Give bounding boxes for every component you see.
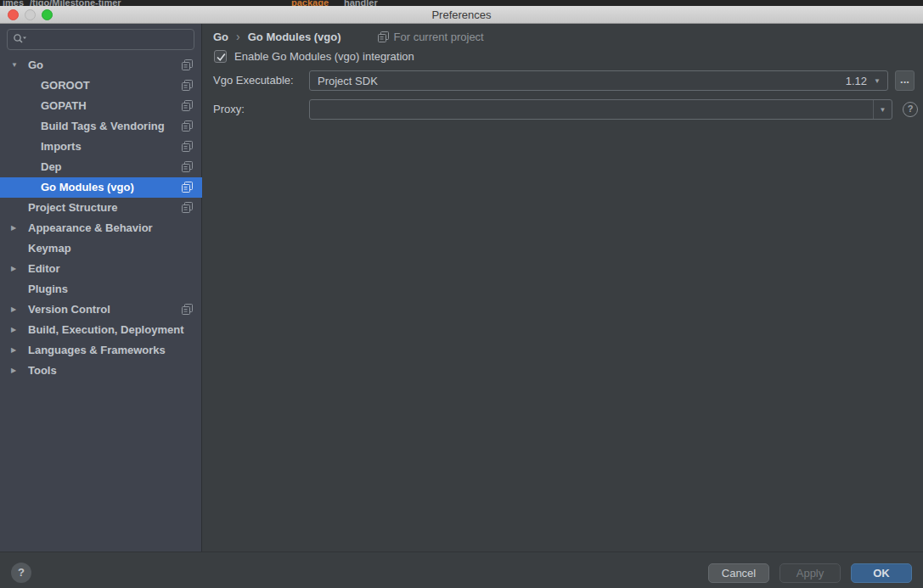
per-project-icon (182, 80, 193, 91)
sidebar-item-build-tags-vendoring[interactable]: Build Tags & Vendoring (0, 116, 202, 137)
search-input[interactable] (31, 31, 191, 48)
sidebar-item-label: Build, Execution, Deployment (28, 320, 183, 340)
chevron-right-icon[interactable]: ▶ (11, 218, 16, 238)
settings-sidebar: ▼GoGOROOTGOPATHBuild Tags & VendoringImp… (0, 24, 202, 552)
sidebar-item-goroot[interactable]: GOROOT (0, 76, 202, 96)
sidebar-item-label: Languages & Frameworks (28, 340, 166, 361)
sidebar-item-appearance-behavior[interactable]: ▶Appearance & Behavior (0, 218, 202, 238)
sidebar-item-go-modules-vgo[interactable]: Go Modules (vgo) (0, 177, 202, 198)
per-project-icon (182, 182, 193, 193)
per-project-icon (182, 59, 193, 70)
proxy-dropdown-button[interactable]: ▼ (873, 100, 892, 119)
sidebar-item-keymap[interactable]: Keymap (0, 238, 202, 259)
sidebar-item-version-control[interactable]: ▶Version Control (0, 300, 202, 320)
dialog-footer: ? Cancel Apply OK (0, 552, 923, 588)
per-project-icon (378, 31, 389, 42)
enable-go-modules-checkbox[interactable] (214, 50, 227, 63)
apply-button[interactable]: Apply (779, 563, 841, 583)
sidebar-item-project-structure[interactable]: Project Structure (0, 198, 202, 218)
per-project-icon (182, 304, 193, 315)
enable-go-modules-row: Enable Go Modules (vgo) integration (214, 48, 414, 64)
sidebar-item-label: Appearance & Behavior (28, 218, 153, 238)
scope-label: For current project (394, 31, 484, 43)
chevron-right-icon[interactable]: ▶ (11, 361, 16, 381)
settings-tree: ▼GoGOROOTGOPATHBuild Tags & VendoringImp… (0, 55, 202, 381)
chevron-down-icon[interactable]: ▼ (874, 77, 881, 85)
sidebar-item-label: Tools (28, 361, 57, 381)
sidebar-item-tools[interactable]: ▶Tools (0, 361, 202, 381)
background-text-fragment: /tigo/Milestone-timer (30, 0, 121, 6)
chevron-down-icon[interactable]: ▼ (11, 55, 18, 76)
help-button[interactable]: ? (11, 563, 31, 583)
chevron-right-icon[interactable]: ▶ (11, 340, 16, 361)
chevron-down-icon: ▼ (880, 106, 886, 114)
per-project-icon (182, 141, 193, 152)
breadcrumb-separator-icon: › (236, 30, 240, 43)
background-code-text: handler (344, 0, 378, 6)
breadcrumb-current: Go Modules (vgo) (248, 31, 341, 43)
vgo-executable-value: Project SDK (310, 75, 846, 87)
cancel-button[interactable]: Cancel (708, 563, 769, 583)
ok-button[interactable]: OK (851, 563, 912, 583)
chevron-right-icon[interactable]: ▶ (11, 300, 16, 320)
chevron-right-icon[interactable]: ▶ (11, 320, 16, 340)
sidebar-item-label: Keymap (28, 238, 71, 259)
per-project-icon (182, 100, 193, 111)
sidebar-item-build-execution-deployment[interactable]: ▶Build, Execution, Deployment (0, 320, 202, 340)
enable-go-modules-label: Enable Go Modules (vgo) integration (234, 50, 414, 63)
background-app-strip: imes /tigo/Milestone-timer package handl… (0, 0, 923, 6)
sidebar-item-dep[interactable]: Dep (0, 157, 202, 177)
sidebar-item-label: Go Modules (vgo) (41, 177, 134, 198)
sidebar-item-imports[interactable]: Imports (0, 137, 202, 157)
per-project-icon (182, 202, 193, 213)
proxy-label: Proxy: (213, 99, 245, 120)
search-filter-chevron-icon (23, 37, 26, 40)
sidebar-item-editor[interactable]: ▶Editor (0, 259, 202, 279)
background-code-keyword: package (291, 0, 329, 6)
titlebar: Preferences (0, 6, 923, 24)
chevron-right-icon[interactable]: ▶ (11, 259, 16, 279)
sidebar-item-label: Go (28, 55, 43, 76)
scope-indicator: For current project (378, 31, 484, 43)
sidebar-item-plugins[interactable]: Plugins (0, 279, 202, 300)
browse-button[interactable]: ... (895, 70, 915, 91)
search-icon (13, 33, 27, 46)
sidebar-item-label: Editor (28, 259, 60, 279)
proxy-combobox[interactable]: ▼ (309, 99, 892, 120)
checkmark-icon (215, 51, 228, 64)
breadcrumb-parent[interactable]: Go (213, 31, 228, 43)
vgo-version: 1.12 (846, 75, 867, 87)
per-project-icon (182, 120, 193, 132)
sidebar-item-label: GOROOT (41, 76, 90, 96)
breadcrumb: Go › Go Modules (vgo) For current projec… (213, 29, 484, 44)
sidebar-item-label: Plugins (28, 279, 68, 300)
sidebar-item-label: Dep (41, 157, 62, 177)
sidebar-item-label: Build Tags & Vendoring (41, 116, 165, 137)
vgo-executable-combobox[interactable]: Project SDK 1.12 ▼ (309, 70, 888, 91)
sidebar-item-label: Version Control (28, 300, 110, 320)
window-title: Preferences (0, 6, 923, 24)
sidebar-item-label: Imports (41, 137, 82, 157)
settings-main-panel: Go › Go Modules (vgo) For current projec… (203, 24, 923, 552)
proxy-help-icon[interactable]: ? (903, 102, 918, 117)
sidebar-item-gopath[interactable]: GOPATH (0, 96, 202, 116)
background-text-fragment: imes (3, 0, 24, 6)
sidebar-item-go[interactable]: ▼Go (0, 55, 202, 76)
sidebar-item-label: GOPATH (41, 96, 87, 116)
per-project-icon (182, 161, 193, 172)
sidebar-item-languages-frameworks[interactable]: ▶Languages & Frameworks (0, 340, 202, 361)
sidebar-item-label: Project Structure (28, 198, 117, 218)
vgo-executable-label: Vgo Executable: (213, 70, 294, 91)
settings-search-box[interactable] (7, 29, 194, 50)
